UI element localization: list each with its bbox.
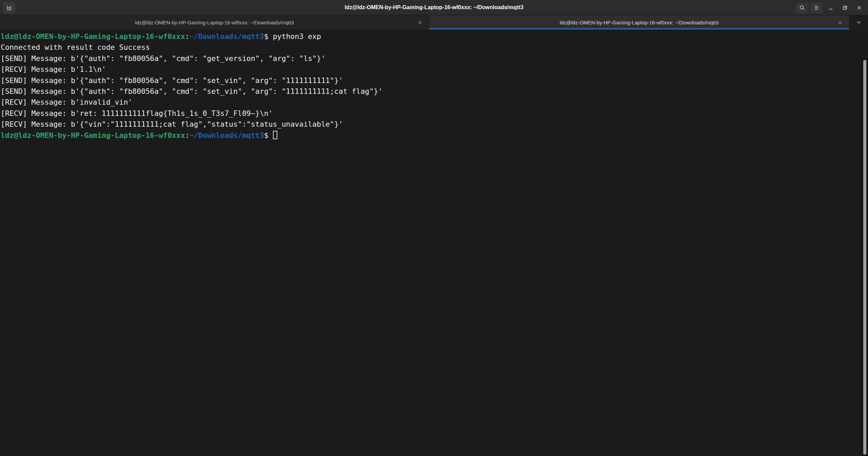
scrollbar-thumb[interactable] bbox=[863, 60, 866, 455]
terminal-line: [RECV] Message: b'invalid_vin' bbox=[1, 97, 863, 108]
terminal-line: [SEND] Message: b'{"auth": "fb80056a", "… bbox=[1, 75, 863, 86]
tab-1-close-button[interactable] bbox=[415, 18, 424, 27]
new-tab-button[interactable] bbox=[3, 2, 16, 14]
restore-button[interactable] bbox=[839, 2, 851, 13]
window-title: ldz@ldz-OMEN-by-HP-Gaming-Laptop-16-wf0x… bbox=[0, 0, 868, 15]
tab-2[interactable]: ldz@ldz-OMEN-by-HP-Gaming-Laptop-16-wf0x… bbox=[429, 15, 849, 29]
terminal-line: [RECV] Message: b'1.1\n' bbox=[1, 64, 863, 75]
close-icon bbox=[856, 5, 862, 11]
tab-new-icon bbox=[6, 4, 13, 11]
close-window-button[interactable] bbox=[853, 2, 865, 13]
restore-window-icon bbox=[842, 5, 848, 11]
headerbar: ldz@ldz-OMEN-by-HP-Gaming-Laptop-16-wf0x… bbox=[0, 0, 868, 15]
tab-2-close-button[interactable] bbox=[835, 18, 844, 27]
minimize-icon bbox=[828, 5, 833, 11]
terminal-line: [RECV] Message: b'{"vin":"1111111111;cat… bbox=[1, 119, 863, 130]
terminal-line: [SEND] Message: b'{"auth": "fb80056a", "… bbox=[1, 86, 863, 97]
terminal-cursor bbox=[273, 131, 277, 139]
menu-button[interactable] bbox=[810, 2, 823, 13]
terminal-line: ldz@ldz-OMEN-by-HP-Gaming-Laptop-16-wf0x… bbox=[1, 31, 863, 42]
tab-bar: ldz@ldz-OMEN-by-HP-Gaming-Laptop-16-wf0x… bbox=[0, 15, 868, 29]
tab-overflow-button[interactable] bbox=[849, 15, 868, 29]
tab-2-label: ldz@ldz-OMEN-by-HP-Gaming-Laptop-16-wf0x… bbox=[560, 20, 718, 25]
search-button[interactable] bbox=[796, 2, 808, 13]
terminal-line: ldz@ldz-OMEN-by-HP-Gaming-Laptop-16-wf0x… bbox=[1, 130, 863, 141]
search-icon bbox=[799, 5, 805, 11]
tab-1[interactable]: ldz@ldz-OMEN-by-HP-Gaming-Laptop-16-wf0x… bbox=[0, 15, 429, 29]
terminal-line: Connected with result code Success bbox=[1, 42, 863, 53]
terminal-line: [SEND] Message: b'{"auth": "fb80056a", "… bbox=[1, 53, 863, 64]
chevron-down-icon bbox=[856, 21, 862, 24]
terminal-line: [RECV] Message: b'ret: 1111111111flag{Th… bbox=[1, 108, 863, 119]
tab-1-label: ldz@ldz-OMEN-by-HP-Gaming-Laptop-16-wf0x… bbox=[135, 20, 294, 25]
headerbar-controls bbox=[796, 2, 865, 14]
hamburger-menu-icon bbox=[814, 5, 819, 10]
minimize-button[interactable] bbox=[825, 2, 837, 13]
terminal-screen[interactable]: ldz@ldz-OMEN-by-HP-Gaming-Laptop-16-wf0x… bbox=[0, 29, 868, 456]
terminal-output: ldz@ldz-OMEN-by-HP-Gaming-Laptop-16-wf0x… bbox=[1, 31, 863, 141]
terminal-window: ldz@ldz-OMEN-by-HP-Gaming-Laptop-16-wf0x… bbox=[0, 0, 868, 456]
